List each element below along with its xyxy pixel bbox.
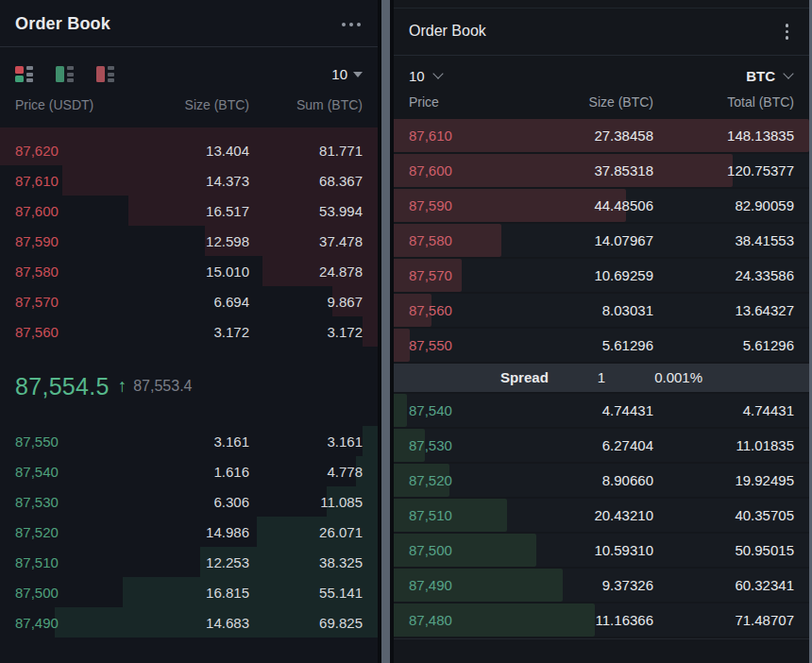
bid-size: 12.253 xyxy=(136,554,249,570)
bid-row[interactable]: 87,520 8.90660 19.92495 xyxy=(394,464,809,497)
bid-row[interactable]: 87,550 3.161 3.161 xyxy=(0,426,378,456)
ask-total: 120.75377 xyxy=(653,162,794,178)
bid-size: 16.815 xyxy=(136,585,249,601)
bid-price: 87,490 xyxy=(409,577,513,593)
bid-sum: 38.325 xyxy=(249,554,363,570)
bid-row[interactable]: 87,540 4.74431 4.74431 xyxy=(394,394,809,427)
bid-total: 19.92495 xyxy=(653,472,794,488)
ask-row[interactable]: 87,600 16.517 53.994 xyxy=(0,196,378,226)
bid-sum: 26.071 xyxy=(249,524,363,540)
ask-size: 15.010 xyxy=(136,264,249,280)
bid-size: 4.74431 xyxy=(513,402,653,418)
bid-total: 11.01835 xyxy=(653,437,794,453)
right-column-headers: Price Size (BTC) Total (BTC) xyxy=(394,93,809,119)
bid-price: 87,520 xyxy=(15,524,136,540)
asks-only-view-icon[interactable] xyxy=(96,66,116,82)
bid-price: 87,490 xyxy=(15,615,136,631)
left-column-headers: Price (USDT) Size (BTC) Sum (BTC) xyxy=(0,94,378,126)
bid-price: 87,530 xyxy=(409,437,513,453)
ask-row[interactable]: 87,620 13.404 81.771 xyxy=(0,135,378,165)
order-book-panel-left: Order Book 10 xyxy=(0,0,378,663)
bid-row[interactable]: 87,500 10.59310 50.95015 xyxy=(394,534,809,567)
left-panel-controls: 10 xyxy=(0,47,378,94)
ask-size: 16.517 xyxy=(136,203,249,219)
bid-row[interactable]: 87,490 9.37326 60.32341 xyxy=(394,569,809,602)
ask-row[interactable]: 87,580 15.010 24.878 xyxy=(0,256,378,286)
ask-row[interactable]: 87,600 37.85318 120.75377 xyxy=(394,154,809,187)
depth-level-value: 10 xyxy=(409,68,425,84)
ask-size: 10.69259 xyxy=(513,267,653,283)
bids-only-view-icon[interactable] xyxy=(56,66,76,82)
bid-row[interactable]: 87,530 6.27404 11.01835 xyxy=(394,429,809,462)
bid-sum: 11.085 xyxy=(249,494,363,510)
ask-price: 87,600 xyxy=(15,203,136,219)
ask-size: 8.03031 xyxy=(513,302,653,318)
ellipsis-horizontal-icon[interactable] xyxy=(340,19,363,30)
ask-total: 82.90059 xyxy=(653,197,794,213)
bid-size: 14.986 xyxy=(136,524,249,540)
ask-row[interactable]: 87,570 6.694 9.867 xyxy=(0,286,378,316)
bid-total: 71.48707 xyxy=(653,612,794,628)
bid-price: 87,500 xyxy=(409,542,513,558)
left-panel-title: Order Book xyxy=(15,14,110,34)
bid-sum: 55.141 xyxy=(249,585,363,601)
ask-row[interactable]: 87,570 10.69259 24.33586 xyxy=(394,259,809,292)
bid-size: 1.616 xyxy=(136,464,249,480)
bid-price: 87,510 xyxy=(15,554,136,570)
bid-price: 87,520 xyxy=(409,472,513,488)
order-book-workspace: Order Book 10 xyxy=(0,0,812,663)
bid-total: 50.95015 xyxy=(653,542,794,558)
ask-size: 6.694 xyxy=(136,294,249,310)
bid-price: 87,540 xyxy=(15,464,136,480)
ask-row[interactable]: 87,580 14.07967 38.41553 xyxy=(394,224,809,257)
ask-size: 3.172 xyxy=(136,324,249,340)
bid-total: 40.35705 xyxy=(653,507,794,523)
ask-row[interactable]: 87,560 3.172 3.172 xyxy=(0,316,378,347)
ask-size: 44.48506 xyxy=(513,197,653,213)
bid-row[interactable]: 87,500 16.815 55.141 xyxy=(0,577,378,607)
bid-row[interactable]: 87,520 14.986 26.071 xyxy=(0,517,378,547)
unit-select[interactable]: BTC xyxy=(746,68,794,84)
bid-row[interactable]: 87,510 20.43210 40.35705 xyxy=(394,499,809,532)
panel-resize-handle[interactable] xyxy=(381,0,390,663)
top-divider xyxy=(394,0,809,8)
bid-row[interactable]: 87,510 12.253 38.325 xyxy=(0,547,378,577)
spread-value: 1 xyxy=(598,369,605,385)
bid-total: 4.74431 xyxy=(653,402,794,418)
bid-size: 10.59310 xyxy=(513,542,653,558)
col-size-btc: Size (BTC) xyxy=(513,94,653,110)
ask-row[interactable]: 87,610 27.38458 148.13835 xyxy=(394,119,809,152)
ask-price: 87,580 xyxy=(15,264,136,280)
ask-row[interactable]: 87,590 44.48506 82.90059 xyxy=(394,189,809,222)
bid-row[interactable]: 87,540 1.616 4.778 xyxy=(0,456,378,486)
right-asks-list: 87,610 27.38458 148.13835 87,600 37.8531… xyxy=(394,119,809,364)
last-price-row[interactable]: 87,554.5 ↑ 87,553.4 xyxy=(0,347,378,426)
bid-total: 60.32341 xyxy=(653,577,794,593)
ask-price: 87,550 xyxy=(409,337,513,353)
bid-size: 20.43210 xyxy=(513,507,653,523)
view-mode-group xyxy=(15,66,116,82)
ask-row[interactable]: 87,550 5.61296 5.61296 xyxy=(394,329,809,362)
ask-price: 87,580 xyxy=(409,232,513,248)
bid-row[interactable]: 87,530 6.306 11.085 xyxy=(0,486,378,517)
depth-level-select[interactable]: 10 xyxy=(331,66,363,82)
bid-row[interactable]: 87,480 11.16366 71.48707 xyxy=(394,604,809,637)
col-size-btc: Size (BTC) xyxy=(136,97,249,112)
left-bids-list: 87,550 3.161 3.161 87,540 1.616 4.778 87… xyxy=(0,426,378,638)
ask-row[interactable]: 87,590 12.598 37.478 xyxy=(0,226,378,256)
ask-row[interactable]: 87,610 14.373 68.367 xyxy=(0,165,378,196)
chevron-down-icon xyxy=(432,68,443,78)
depth-level-select[interactable]: 10 xyxy=(409,68,444,84)
bid-size: 14.683 xyxy=(136,615,249,631)
combined-book-view-icon[interactable] xyxy=(15,66,35,82)
bid-row[interactable]: 87,490 14.683 69.825 xyxy=(0,607,378,638)
bid-depth-bar xyxy=(394,394,407,427)
spread-label: Spread xyxy=(500,369,549,385)
ask-price: 87,560 xyxy=(15,324,136,340)
bid-price: 87,500 xyxy=(15,585,136,601)
right-panel-controls: 10 BTC xyxy=(394,56,809,93)
ask-row[interactable]: 87,560 8.03031 13.64327 xyxy=(394,294,809,327)
ellipsis-vertical-icon[interactable] xyxy=(780,22,795,42)
col-price: Price xyxy=(409,94,513,110)
right-bids-list: 87,540 4.74431 4.74431 87,530 6.27404 11… xyxy=(394,394,809,638)
